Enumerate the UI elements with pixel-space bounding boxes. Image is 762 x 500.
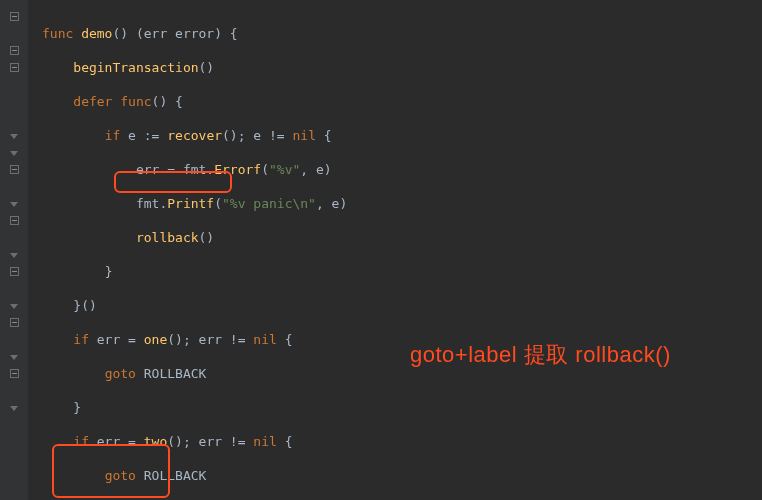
fold-close-icon[interactable] xyxy=(10,304,18,309)
code-line: goto ROLLBACK xyxy=(42,467,762,484)
fold-close-icon[interactable] xyxy=(10,202,18,207)
annotation-text: goto+label 提取 rollback() xyxy=(410,340,671,370)
code-line: func demo() (err error) { xyxy=(42,25,762,42)
fold-icon[interactable] xyxy=(10,318,19,327)
code-line: err = fmt.Errorf("%v", e) xyxy=(42,161,762,178)
fold-close-icon[interactable] xyxy=(10,355,18,360)
code-line: if e := recover(); e != nil { xyxy=(42,127,762,144)
fold-icon[interactable] xyxy=(10,216,19,225)
code-line: } xyxy=(42,263,762,280)
fold-close-icon[interactable] xyxy=(10,253,18,258)
fold-icon[interactable] xyxy=(10,46,19,55)
code-area[interactable]: func demo() (err error) { beginTransacti… xyxy=(28,0,762,500)
code-line: rollback() xyxy=(42,229,762,246)
fold-icon[interactable] xyxy=(10,63,19,72)
code-line: beginTransaction() xyxy=(42,59,762,76)
fold-icon[interactable] xyxy=(10,165,19,174)
gutter xyxy=(0,0,28,500)
fold-close-icon[interactable] xyxy=(10,151,18,156)
fold-icon[interactable] xyxy=(10,267,19,276)
fold-icon[interactable] xyxy=(10,369,19,378)
code-editor: func demo() (err error) { beginTransacti… xyxy=(0,0,762,500)
code-line: defer func() { xyxy=(42,93,762,110)
code-line: fmt.Printf("%v panic\n", e) xyxy=(42,195,762,212)
code-line: } xyxy=(42,399,762,416)
code-line: if err = two(); err != nil { xyxy=(42,433,762,450)
fold-icon[interactable] xyxy=(10,12,19,21)
fold-close-icon[interactable] xyxy=(10,134,18,139)
fold-close-icon[interactable] xyxy=(10,406,18,411)
code-line: }() xyxy=(42,297,762,314)
